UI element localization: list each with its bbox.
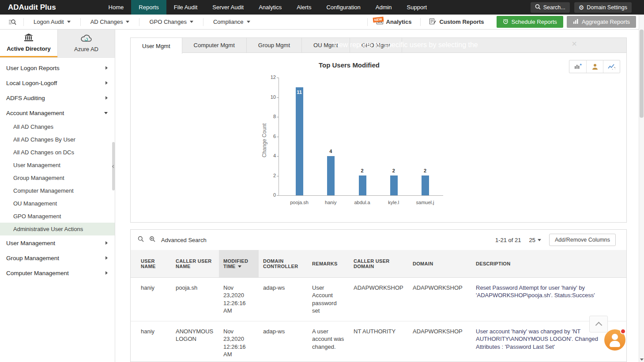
column-header-remarks[interactable]: REMARKS [308, 250, 349, 277]
sidebar-subitem-all-ad-changes-by-user[interactable]: All AD Changes By User [0, 133, 115, 146]
page-scrollbar[interactable] [639, 15, 644, 362]
sidebar-item-account-management[interactable]: Account Management [0, 105, 115, 120]
y-axis-tick: 6 [264, 134, 276, 139]
sidebar-item-user-management[interactable]: User Management [0, 235, 115, 250]
topnav-item-file-audit[interactable]: File Audit [166, 0, 205, 15]
scroll-to-top-button[interactable] [589, 316, 608, 332]
tab-user-mgmt[interactable]: User Mgmt [131, 38, 182, 54]
chart-bar[interactable] [390, 175, 398, 195]
support-chat-button[interactable] [604, 329, 625, 351]
chevron-right-icon [105, 66, 108, 70]
user-icon[interactable] [586, 60, 603, 73]
column-header-caller-user-name[interactable]: CALLER USER NAME [171, 250, 219, 277]
advanced-search-icon[interactable] [149, 236, 156, 244]
report-dropdowns: Logon AuditAD ChangesGPO ChangesComplian… [24, 18, 260, 26]
cloud-icon [80, 34, 92, 43]
aggregate-reports-button[interactable]: Aggregate Reports [567, 16, 636, 28]
chart-bar[interactable] [296, 87, 303, 195]
sidebar-collapse-handle[interactable] [112, 142, 115, 190]
sidebar-item-group-management[interactable]: Group Management [0, 250, 115, 265]
topnav-item-alerts[interactable]: Alerts [289, 0, 319, 15]
bar-value-label: 4 [323, 149, 338, 154]
toolbar-actions: NEW Analytics Custom Reports Schedule Re… [367, 15, 639, 29]
chevron-right-icon [105, 256, 108, 260]
sidebar-item-adfs-auditing[interactable]: ADFS Auditing [0, 90, 115, 105]
topnav-item-admin[interactable]: Admin [368, 0, 399, 15]
schedule-reports-button[interactable]: Schedule Reports [497, 16, 563, 28]
sidebar-item-user-logon-reports[interactable]: User Logon Reports [0, 60, 115, 75]
dropdown-ad-changes[interactable]: AD Changes [81, 19, 139, 25]
chevron-down-icon [67, 21, 71, 23]
top-navigation: ADAudit Plus HomeReportsFile AuditServer… [0, 0, 644, 15]
analytics-button[interactable]: NEW Analytics [370, 18, 418, 26]
dropdown-gpo-changes[interactable]: GPO Changes [139, 19, 203, 25]
chart-bar[interactable] [422, 175, 429, 195]
scrollbar-down-arrow[interactable] [640, 358, 644, 361]
building-icon [24, 34, 33, 43]
page-size-select[interactable]: 25 [529, 237, 541, 243]
add-remove-columns-button[interactable]: Add/Remove Columns [549, 234, 616, 246]
column-header-modified-time[interactable]: MODIFIED TIME [219, 250, 259, 277]
column-header-description[interactable]: DESCRIPTION [471, 250, 626, 277]
tab-computer-mgmt[interactable]: Computer Mgmt [182, 38, 247, 52]
sidebar-subitem-all-ad-changes-on-dcs[interactable]: All AD Changes on DCs [0, 146, 115, 159]
sidebar-subitem-administrative-user-actions[interactable]: Administrative User Actions [0, 223, 115, 235]
chevron-down-icon [104, 112, 108, 114]
tab-azure-ad[interactable]: Azure AD [57, 30, 115, 57]
y-tick-mark [277, 117, 279, 117]
cell-caller-user-domain: ADAPWORKSHOP [349, 277, 408, 321]
chart-bar[interactable] [327, 156, 335, 195]
column-header-caller-user-domain[interactable]: CALLER USER DOMAIN [349, 250, 408, 277]
sidebar-subitem-all-ad-changes[interactable]: All AD Changes [0, 120, 115, 133]
add-chart-icon[interactable] [569, 60, 586, 73]
report-search-icon[interactable] [9, 19, 16, 25]
column-header-domain[interactable]: DOMAIN [408, 250, 471, 277]
topnav-item-home[interactable]: Home [101, 0, 132, 15]
sidebar-subitem-ou-management[interactable]: OU Management [0, 197, 115, 210]
sidebar-subitem-gpo-management[interactable]: GPO Management [0, 210, 115, 223]
table-search-icon[interactable] [138, 236, 144, 244]
scrollbar-thumb[interactable] [640, 30, 644, 118]
topnav-item-analytics[interactable]: Analytics [251, 0, 289, 15]
app-logo[interactable]: ADAudit Plus [0, 0, 64, 15]
advanced-search-label[interactable]: Advanced Search [161, 237, 207, 243]
column-header-user-name[interactable]: USER NAME [131, 250, 171, 277]
tab-ou-mgmt[interactable]: OU Mgmt [302, 38, 350, 52]
global-search-button[interactable]: Search... [531, 2, 570, 13]
tab-active-directory[interactable]: Active Directory [0, 30, 57, 57]
topnav-item-reports[interactable]: Reports [131, 0, 166, 15]
trend-refresh-icon[interactable] [603, 60, 620, 73]
y-axis-title: Change Count [261, 123, 267, 157]
table-row[interactable]: haniyANONYMOUS LOGONNov 23,2020 12:26:16… [131, 321, 626, 362]
sidebar-subitem-user-management[interactable]: User Management [0, 159, 115, 172]
dropdown-logon-audit[interactable]: Logon Audit [24, 19, 80, 25]
tab-gpo-mgmt[interactable]: GPO Mgmt [350, 38, 402, 52]
custom-reports-label: Custom Reports [439, 19, 484, 25]
column-header-label: CALLER USER NAME [176, 258, 212, 269]
column-header-label: USER NAME [141, 258, 156, 269]
y-axis-tick: 12 [264, 75, 276, 80]
sidebar-item-local-logon-logoff[interactable]: Local Logon-Logoff [0, 75, 115, 90]
column-header-domain-controller[interactable]: DOMAIN CONTROLLER [259, 250, 308, 277]
y-tick-mark [277, 137, 279, 137]
column-header-label: CALLER USER DOMAIN [354, 258, 390, 269]
dropdown-compliance[interactable]: Compliance [203, 19, 260, 25]
x-axis-label: pooja.sh [282, 200, 317, 205]
domain-settings-button[interactable]: ⚙ Domain Settings [574, 2, 632, 13]
cell-remarks: User Account password set [308, 277, 349, 321]
chart-card: Top Users Modified Change Count 02468101… [130, 53, 627, 223]
tab-group-mgmt[interactable]: Group Mgmt [247, 38, 302, 52]
table-row[interactable]: haniypooja.shNov 23,2020 12:26:16 AMadap… [131, 277, 626, 321]
topnav-item-support[interactable]: Support [399, 0, 435, 15]
close-icon[interactable] [572, 39, 577, 48]
custom-reports-button[interactable]: Custom Reports [423, 18, 490, 26]
search-label: Search... [543, 4, 565, 11]
sidebar-tab-label: Azure AD [74, 46, 98, 52]
x-axis-label: kyle.l [376, 200, 411, 205]
sidebar-item-computer-management[interactable]: Computer Management [0, 265, 115, 280]
sidebar-subitem-computer-management[interactable]: Computer Management [0, 184, 115, 197]
chart-bar[interactable] [359, 175, 366, 195]
topnav-item-configuration[interactable]: Configuration [319, 0, 368, 15]
sidebar-subitem-group-management[interactable]: Group Management [0, 172, 115, 184]
topnav-item-server-audit[interactable]: Server Audit [205, 0, 251, 15]
